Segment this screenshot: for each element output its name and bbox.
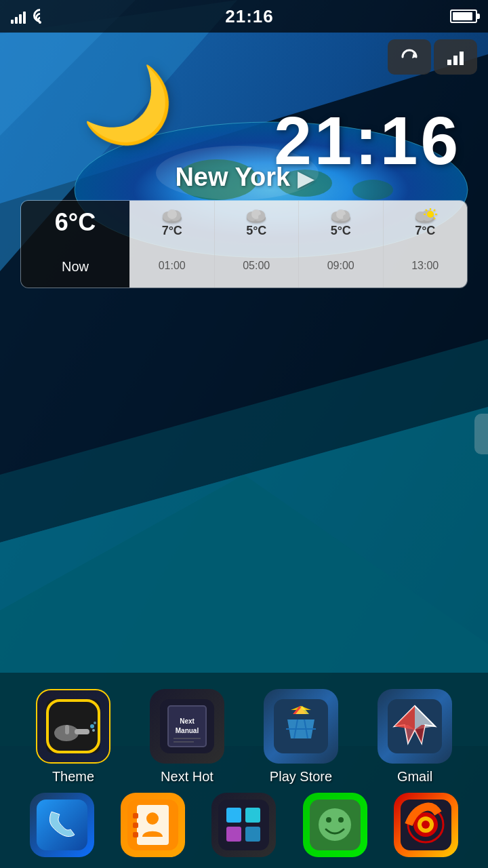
app-item-play-store[interactable]: Play Store bbox=[257, 689, 345, 785]
svg-rect-72 bbox=[226, 827, 241, 842]
cloud-icon-0 bbox=[160, 208, 184, 224]
weather-slot-0: 7°C bbox=[129, 201, 214, 244]
weather-slot-2: 5°C bbox=[298, 201, 383, 244]
app-item-gmail[interactable]: Gmail bbox=[371, 689, 459, 785]
app-icon-theme[interactable] bbox=[36, 689, 110, 764]
weather-slot-1: 5°C bbox=[214, 201, 299, 244]
app-item-windows[interactable] bbox=[207, 793, 281, 857]
weather-now-label: Now bbox=[21, 244, 129, 288]
svg-rect-67 bbox=[133, 832, 138, 837]
app-icon-gmail[interactable] bbox=[378, 689, 452, 764]
app-icon-play-store[interactable] bbox=[264, 689, 338, 764]
svg-point-19 bbox=[167, 210, 177, 219]
svg-rect-73 bbox=[245, 827, 260, 842]
app-item-smile[interactable] bbox=[298, 793, 372, 857]
app-label-next-hot: Next Hot bbox=[161, 769, 214, 785]
app-label-theme: Theme bbox=[52, 769, 94, 785]
svg-rect-65 bbox=[133, 813, 138, 818]
status-bar: 21:16 bbox=[0, 0, 488, 33]
svg-rect-69 bbox=[218, 800, 269, 850]
weather-slot-1-temp: 5°C bbox=[246, 224, 266, 238]
app-item-theme[interactable]: Theme bbox=[29, 689, 117, 785]
app-icon-phone[interactable] bbox=[30, 793, 94, 857]
svg-point-40 bbox=[94, 722, 96, 724]
svg-text:Manual: Manual bbox=[176, 727, 199, 734]
app-icon-windows[interactable] bbox=[211, 793, 276, 857]
browser-svg bbox=[401, 800, 451, 850]
status-right bbox=[450, 9, 477, 23]
app-icon-smile[interactable] bbox=[303, 793, 367, 857]
svg-point-77 bbox=[338, 817, 344, 823]
weather-time-2-val: 09:00 bbox=[327, 260, 354, 272]
chart-button[interactable] bbox=[434, 39, 477, 75]
contacts-svg bbox=[127, 800, 178, 850]
app-item-phone[interactable] bbox=[24, 793, 99, 857]
svg-text:Next: Next bbox=[180, 717, 195, 725]
weather-now-text: Now bbox=[62, 259, 89, 275]
app-dock: Theme Next Manual Next Hot bbox=[0, 673, 488, 868]
weather-time-1: 05:00 bbox=[214, 244, 299, 288]
svg-rect-64 bbox=[137, 805, 169, 845]
svg-point-75 bbox=[319, 808, 351, 841]
svg-rect-66 bbox=[133, 823, 138, 828]
cloud-icon-3 bbox=[413, 208, 437, 224]
wifi-icon bbox=[31, 9, 49, 24]
status-bar-time: 21:16 bbox=[225, 6, 274, 27]
svg-point-39 bbox=[90, 724, 94, 728]
smile-svg bbox=[310, 800, 361, 850]
weather-slot-3-temp: 7°C bbox=[415, 224, 435, 238]
app-item-next-hot[interactable]: Next Manual Next Hot bbox=[143, 689, 231, 785]
top-buttons[interactable] bbox=[388, 39, 477, 75]
refresh-button[interactable] bbox=[388, 39, 431, 75]
weather-slot-2-temp: 5°C bbox=[331, 224, 351, 238]
svg-point-24 bbox=[258, 214, 265, 220]
svg-point-68 bbox=[146, 812, 159, 825]
battery-fill bbox=[453, 12, 472, 20]
weather-temp-row: 6°C 7°C 5°C bbox=[21, 201, 467, 244]
svg-point-82 bbox=[422, 821, 430, 829]
moon-icon: 🌙 bbox=[81, 61, 174, 149]
app-label-gmail: Gmail bbox=[397, 769, 432, 785]
signal-icon bbox=[11, 9, 26, 24]
cloud-icon-1 bbox=[244, 208, 268, 224]
svg-rect-15 bbox=[460, 52, 464, 65]
app-item-contacts[interactable] bbox=[116, 793, 190, 857]
app-icon-browser[interactable] bbox=[394, 793, 458, 857]
weather-time-row: Now 01:00 05:00 09:00 13:00 bbox=[21, 244, 467, 288]
phone-svg bbox=[37, 800, 87, 850]
weather-current-temp: 6°C bbox=[55, 208, 96, 237]
city-name: New York ▶ bbox=[175, 163, 312, 192]
weather-time-3: 13:00 bbox=[383, 244, 468, 288]
side-handle[interactable] bbox=[474, 414, 488, 454]
city-arrow[interactable]: ▶ bbox=[298, 167, 313, 190]
status-left bbox=[11, 9, 49, 24]
svg-rect-37 bbox=[65, 725, 69, 734]
next-hot-svg: Next Manual bbox=[160, 699, 214, 753]
svg-rect-71 bbox=[245, 808, 260, 823]
weather-slot-3: 7°C bbox=[383, 201, 468, 244]
theme-svg bbox=[46, 699, 100, 753]
app-row-1: Theme Next Manual Next Hot bbox=[0, 684, 488, 790]
weather-time-1-val: 05:00 bbox=[243, 260, 270, 272]
svg-rect-62 bbox=[37, 800, 87, 850]
weather-widget: 6°C 7°C 5°C bbox=[20, 200, 468, 288]
play-store-svg bbox=[274, 699, 328, 753]
app-row-2 bbox=[0, 790, 488, 863]
chart-icon bbox=[445, 46, 466, 68]
svg-point-29 bbox=[343, 214, 350, 220]
weather-time-0: 01:00 bbox=[129, 244, 214, 288]
refresh-icon bbox=[399, 46, 420, 68]
svg-rect-14 bbox=[453, 56, 458, 65]
weather-current: 6°C bbox=[21, 201, 129, 244]
svg-point-33 bbox=[427, 211, 434, 218]
svg-point-41 bbox=[92, 729, 95, 732]
weather-time-2: 09:00 bbox=[298, 244, 383, 288]
app-label-play-store: Play Store bbox=[270, 769, 332, 785]
svg-point-76 bbox=[326, 817, 331, 823]
gmail-svg bbox=[388, 699, 442, 753]
app-icon-contacts[interactable] bbox=[121, 793, 185, 857]
app-icon-next-hot[interactable]: Next Manual bbox=[150, 689, 224, 764]
weather-slot-0-temp: 7°C bbox=[162, 224, 182, 238]
svg-rect-36 bbox=[75, 729, 89, 734]
app-item-browser[interactable] bbox=[389, 793, 464, 857]
